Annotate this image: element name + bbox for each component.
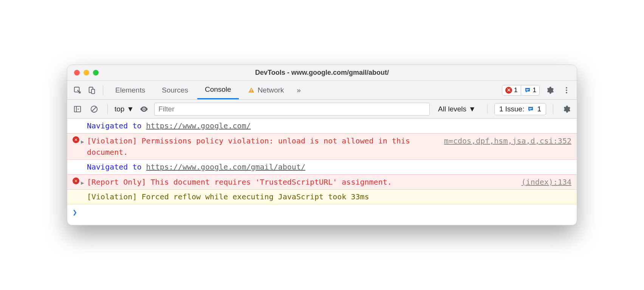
log-message: [Violation] Forced reflow while executin… <box>87 191 571 202</box>
divider <box>487 104 488 114</box>
divider <box>553 104 553 114</box>
log-message: [Violation] Permissions policy violation… <box>87 135 437 158</box>
sidebar-toggle-icon[interactable] <box>71 103 84 116</box>
log-row-error[interactable]: ✕ ▶ [Report Only] This document requires… <box>67 174 577 190</box>
message-count: 1 <box>533 86 536 94</box>
chevron-down-icon: ▼ <box>469 105 476 113</box>
log-row-violation: [Violation] Forced reflow while executin… <box>67 190 577 204</box>
svg-rect-2 <box>91 89 94 94</box>
svg-rect-5 <box>526 89 529 90</box>
clear-console-icon[interactable] <box>88 103 101 116</box>
console-toolbar: top ▼ All levels ▼ 1 Issue: 1 <box>67 100 577 119</box>
kebab-menu-icon[interactable] <box>560 84 573 97</box>
log-level-selector[interactable]: All levels ▼ <box>433 105 480 113</box>
svg-point-7 <box>566 87 567 88</box>
levels-label: All levels <box>438 105 466 113</box>
svg-rect-3 <box>251 89 252 91</box>
live-expression-icon[interactable] <box>138 103 150 116</box>
svg-point-14 <box>143 108 145 110</box>
message-icon <box>527 106 534 113</box>
console-output: Navigated to https://www.google.com/ ✕ ▶… <box>67 119 577 225</box>
log-row-nav: Navigated to https://www.google.com/ <box>67 119 577 133</box>
nav-prefix: Navigated to <box>87 121 146 130</box>
nav-prefix: Navigated to <box>87 162 146 171</box>
svg-rect-4 <box>251 91 252 92</box>
svg-rect-16 <box>529 109 531 110</box>
error-icon: ✕ <box>505 87 512 94</box>
svg-point-9 <box>566 92 567 93</box>
expand-icon[interactable]: ▶ <box>81 136 84 146</box>
issues-label: 1 Issue: <box>499 105 525 113</box>
message-icon <box>524 87 531 94</box>
inspect-icon[interactable] <box>71 84 84 97</box>
context-selector[interactable]: top ▼ <box>115 105 134 113</box>
tab-more[interactable]: » <box>293 81 305 99</box>
log-row-error[interactable]: ✕ ▶ [Violation] Permissions policy viola… <box>67 133 577 160</box>
filter-input[interactable] <box>154 103 430 116</box>
close-icon[interactable] <box>74 70 80 76</box>
error-count: 1 <box>514 86 517 94</box>
svg-rect-15 <box>529 108 533 109</box>
issues-button[interactable]: 1 Issue: 1 <box>494 103 546 115</box>
tab-console[interactable]: Console <box>197 81 239 99</box>
log-message: [Report Only] This document requires 'Tr… <box>87 176 514 188</box>
devtools-window: DevTools - www.google.com/gmail/about/ E… <box>67 65 577 225</box>
nav-link[interactable]: https://www.google.com/ <box>146 121 251 130</box>
svg-line-13 <box>92 107 96 111</box>
status-badge[interactable]: ✕ 1 1 <box>502 85 540 96</box>
titlebar: DevTools - www.google.com/gmail/about/ <box>67 65 577 81</box>
source-link[interactable]: (index):134 <box>514 176 571 188</box>
issues-count: 1 <box>537 105 541 113</box>
main-tabbar: Elements Sources Console Network » ✕ 1 1 <box>67 81 577 100</box>
window-controls <box>67 70 99 76</box>
context-label: top <box>115 105 124 113</box>
source-link[interactable]: m=cdos,dpf,hsm,jsa,d,csi:352 <box>437 135 571 158</box>
tab-elements[interactable]: Elements <box>108 81 153 99</box>
window-title: DevTools - www.google.com/gmail/about/ <box>67 69 577 77</box>
tab-network-label: Network <box>258 86 284 94</box>
zoom-icon[interactable] <box>93 70 99 76</box>
chevron-down-icon: ▼ <box>127 105 134 113</box>
minimize-icon[interactable] <box>84 70 89 76</box>
error-icon: ✕ <box>73 177 79 184</box>
svg-rect-10 <box>74 106 81 112</box>
console-prompt[interactable]: ❯ <box>67 204 577 225</box>
console-settings-icon[interactable] <box>560 103 573 116</box>
settings-icon[interactable] <box>543 84 556 97</box>
device-toggle-icon[interactable] <box>85 84 98 97</box>
tab-network[interactable]: Network <box>240 81 292 99</box>
tab-sources[interactable]: Sources <box>154 81 196 99</box>
prompt-icon: ❯ <box>73 207 77 218</box>
expand-icon[interactable]: ▶ <box>81 177 84 187</box>
svg-point-8 <box>566 89 567 91</box>
warning-icon <box>248 87 255 94</box>
divider <box>107 104 108 114</box>
divider <box>103 85 103 95</box>
nav-link[interactable]: https://www.google.com/gmail/about/ <box>146 162 305 171</box>
error-icon: ✕ <box>73 136 79 143</box>
log-row-nav: Navigated to https://www.google.com/gmai… <box>67 160 577 174</box>
svg-rect-6 <box>526 90 528 91</box>
